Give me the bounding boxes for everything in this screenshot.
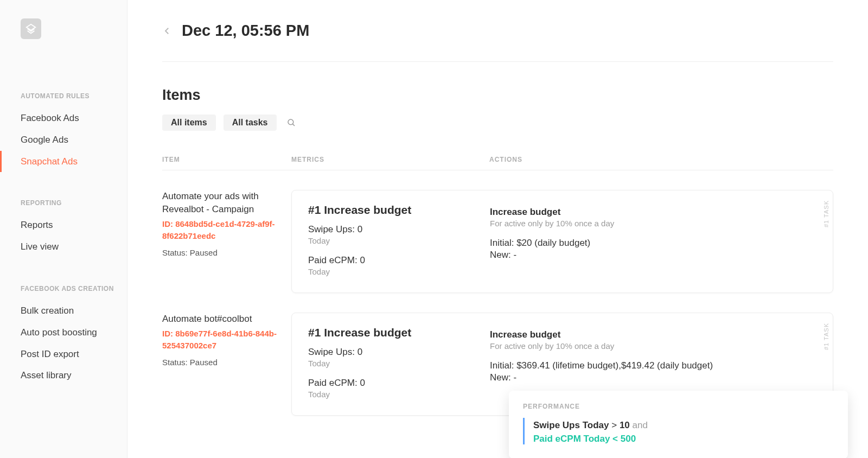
card-title: #1 Increase budget	[308, 203, 490, 217]
metric-swipe-ups-range: Today	[308, 359, 490, 368]
item-status: Status: Paused	[162, 358, 282, 367]
column-header-actions: ACTIONS	[489, 156, 833, 163]
performance-popover: PERFORMANCE Swipe Ups Today > 10 and Pai…	[509, 391, 848, 458]
task-card: #1 TASK #1 Increase budget Swipe Ups: 0 …	[291, 190, 833, 293]
divider	[162, 61, 833, 62]
nav-section-automated-rules: AUTOMATED RULES	[0, 92, 127, 107]
performance-rule-2: Paid eCPM Today < 500	[533, 434, 834, 444]
action-title: Increase budget	[490, 207, 795, 218]
action-initial-value: Initial: $369.41 (lifetime budget),$419.…	[490, 360, 795, 371]
popover-heading: PERFORMANCE	[523, 403, 834, 410]
perf1-and: and	[633, 420, 648, 430]
table-row: Automate your ads with Revealbot - Campa…	[162, 190, 833, 293]
perf1-value: 10	[620, 420, 630, 430]
page-title: Dec 12, 05:56 PM	[182, 22, 309, 40]
task-side-label: #1 TASK	[823, 200, 829, 227]
sidebar: AUTOMATED RULES Facebook Ads Google Ads …	[0, 0, 127, 458]
performance-rule-1: Swipe Ups Today > 10 and	[533, 418, 834, 434]
perf1-metric: Swipe Ups Today	[533, 420, 609, 430]
metric-paid-ecpm-range: Today	[308, 390, 490, 399]
task-side-label: #1 TASK	[823, 323, 829, 350]
card-title: #1 Increase budget	[308, 326, 490, 339]
nav-section-fb-ads-creation: FACEBOOK ADS CREATION	[0, 285, 127, 300]
item-id[interactable]: ID: 8648bd5d-ce1d-4729-af9f-8f622b71eedc	[162, 218, 282, 243]
app-logo[interactable]	[21, 18, 41, 39]
action-new-value: New: -	[490, 250, 795, 260]
sidebar-item-snapchat-ads[interactable]: Snapchat Ads	[0, 151, 127, 173]
perf1-op: >	[611, 420, 617, 430]
sidebar-item-auto-post-boosting[interactable]: Auto post boosting	[0, 322, 127, 344]
task-card: #1 TASK #1 Increase budget Swipe Ups: 0 …	[291, 313, 833, 416]
action-title: Increase budget	[490, 329, 795, 340]
filter-all-tasks[interactable]: All tasks	[224, 114, 277, 131]
sidebar-item-reports[interactable]: Reports	[0, 214, 127, 236]
column-header-metrics: METRICS	[291, 156, 489, 163]
item-name: Automate bot#coolbot	[162, 313, 282, 326]
sidebar-item-post-id-export[interactable]: Post ID export	[0, 344, 127, 365]
sidebar-item-facebook-ads[interactable]: Facebook Ads	[0, 107, 127, 129]
action-initial-value: Initial: $20 (daily budget)	[490, 238, 795, 249]
sidebar-item-bulk-creation[interactable]: Bulk creation	[0, 300, 127, 322]
item-name: Automate your ads with Revealbot - Campa…	[162, 190, 282, 216]
metric-swipe-ups: Swipe Ups: 0	[308, 224, 490, 235]
action-subtitle: For active only by 10% once a day	[490, 219, 795, 228]
nav-section-reporting: REPORTING	[0, 199, 127, 214]
item-id[interactable]: ID: 8b69e77f-6e8d-41b6-844b-525437002ce7	[162, 328, 282, 352]
section-heading-items: Items	[162, 87, 833, 104]
sidebar-item-google-ads[interactable]: Google Ads	[0, 129, 127, 151]
sidebar-item-asset-library[interactable]: Asset library	[0, 365, 127, 386]
column-header-item: ITEM	[162, 156, 282, 163]
svg-line-1	[292, 124, 295, 126]
action-subtitle: For active only by 10% once a day	[490, 341, 795, 351]
table-row: Automate bot#coolbot ID: 8b69e77f-6e8d-4…	[162, 313, 833, 416]
metric-swipe-ups: Swipe Ups: 0	[308, 347, 490, 358]
back-arrow-icon[interactable]	[162, 26, 172, 36]
metric-swipe-ups-range: Today	[308, 236, 490, 245]
item-status: Status: Paused	[162, 248, 282, 257]
search-icon[interactable]	[284, 116, 298, 130]
action-new-value: New: -	[490, 372, 795, 383]
main: Dec 12, 05:56 PM Items All items All tas…	[127, 0, 868, 458]
metric-paid-ecpm: Paid eCPM: 0	[308, 255, 490, 266]
svg-point-0	[288, 119, 293, 125]
metric-paid-ecpm: Paid eCPM: 0	[308, 378, 490, 389]
filter-all-items[interactable]: All items	[162, 114, 216, 131]
metric-paid-ecpm-range: Today	[308, 267, 490, 276]
sidebar-item-live-view[interactable]: Live view	[0, 236, 127, 258]
